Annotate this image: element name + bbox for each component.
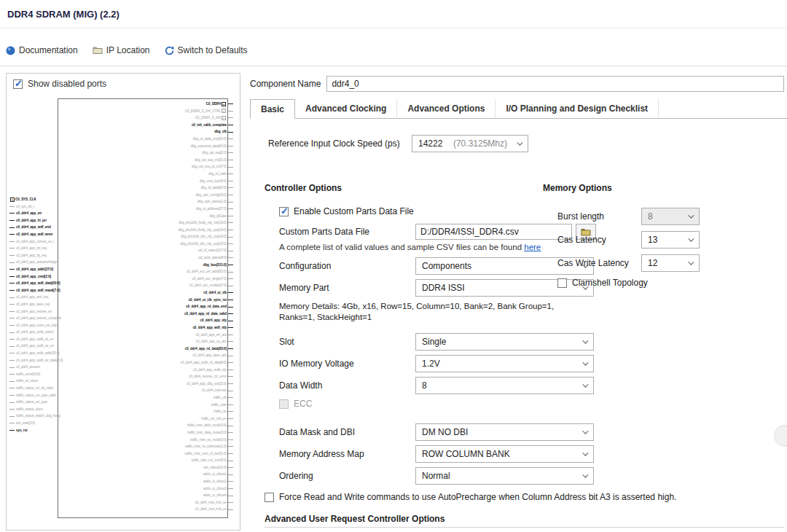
dropdown[interactable]: DM NO DBI (415, 423, 594, 441)
port-name: dbg_io_address[27:0] (196, 206, 227, 213)
chevron-down-icon (576, 424, 593, 440)
pin-stub (228, 446, 233, 447)
field-row: Slot Single (265, 333, 614, 351)
dropdown[interactable]: 8 (641, 208, 700, 225)
csv-note-link[interactable]: here (524, 243, 541, 251)
pin-stub (228, 195, 233, 195)
port-name: c0_ddr4_app_xsdb_wr_data[8:0] (16, 357, 63, 364)
pin-stub (228, 222, 233, 223)
port-name: dbg_expected_data[63:0] (190, 143, 227, 150)
switch-to-defaults-button[interactable]: Switch to Defaults (165, 45, 248, 55)
pin-stub (9, 220, 15, 221)
pin-stub (228, 369, 233, 370)
pin-stub (228, 300, 233, 300)
field-label: Cas Latency (557, 235, 641, 245)
port-name: c0_ddr4_app_wdf_end (16, 224, 51, 231)
output-port: dbg_rd_valid (58, 171, 227, 178)
port-name: traffic_err_chk_en (201, 415, 227, 423)
input-port: c0_ddr4_app_sref_req (9, 294, 58, 301)
pin-stub (228, 251, 233, 251)
ip-symbol-diagram[interactable]: C0_SYS_CLK c0_sys_clk_i c0_ddr4_app_en (7, 94, 240, 530)
port-name: c0_ddr4_app_xsdb_wr_en (16, 343, 54, 350)
ip-location-button[interactable]: IP Location (93, 45, 150, 55)
output-port: dbg_phy2clb_fixdly_rdy_low[19:0] (58, 219, 227, 227)
output-port: c0_ddr4_app_rd_data_end (58, 303, 227, 310)
pin-stub (228, 278, 233, 279)
port-name: c0_ddr4_aresetn (16, 364, 40, 371)
input-port: c0_ddr4_app_save_req (9, 301, 58, 308)
port-name: c0_ddr4_app_restore_complete (16, 315, 61, 322)
autoprecharge-checkbox[interactable]: Force Read and Write commands to use Aut… (265, 492, 787, 502)
ecc-checkbox: ECC (265, 399, 614, 409)
dropdown[interactable]: ROW COLUMN BANK (415, 445, 594, 463)
port-name: c0_ddr4_app_save_req (16, 301, 50, 308)
input-port: traffic_wr_done (9, 378, 58, 385)
pin-stub (9, 423, 15, 423)
component-name-input[interactable] (326, 76, 784, 92)
show-disabled-ports-checkbox[interactable]: Show disabled ports (13, 79, 106, 89)
output-port: c0_ddr4_app_save_ack (58, 352, 227, 359)
dropdown-value: Normal (416, 471, 576, 481)
input-port: c0_ddr4_app_restore_en (9, 308, 58, 316)
documentation-button[interactable]: Documentation (6, 45, 78, 55)
input-port: c0_ddr4_app_mem_init_skip (9, 322, 58, 329)
dropdown[interactable]: Single (415, 333, 594, 351)
port-name: c0_ddr4_app_mem_init_skip (16, 322, 57, 329)
port-name: addn_ui_clkout1 (203, 471, 227, 478)
port-name: addn_ui_clkout2 (203, 478, 227, 485)
port-name: c0_init_calib_complete (192, 122, 227, 129)
tab[interactable]: I/O Planning and Design Checklist (496, 99, 659, 119)
clamshell-topology-checkbox[interactable]: Clamshell Topology (543, 278, 776, 288)
pin-stub (228, 117, 233, 118)
tab-label: Advanced Options (407, 103, 485, 114)
input-port: traffic_status_done (9, 406, 58, 413)
output-port: dbg_rd_data_cmp[63:0] (58, 136, 227, 143)
dropdown[interactable]: 8 (415, 377, 594, 394)
port-name: dbg_cplx_status[1:0] (197, 198, 227, 206)
port-name: traffic_status_watch_dog_hang (16, 412, 60, 420)
dropdown-value: 8 (416, 380, 576, 391)
tab[interactable]: Basic (250, 99, 295, 119)
chevron-down-icon (576, 378, 593, 394)
pin-stub (9, 416, 15, 417)
port-name: c0_ddr4_app_ref_req (16, 245, 47, 252)
pin-stub (228, 237, 233, 238)
output-port: dbg_rd_data[63:0] (58, 184, 227, 192)
input-port: traffic_status_err_type (9, 399, 58, 406)
output-port: traffic_instr_num_of_iter[31:0] (58, 450, 227, 458)
reference-clock-dropdown[interactable]: 14222 (70.3125Mhz) (412, 135, 528, 152)
port-name: dbg_cal_seq_rd_cnt[7:0] (192, 163, 227, 171)
tab[interactable]: Advanced Clocking (295, 99, 397, 119)
checkbox-icon (13, 79, 23, 89)
dropdown-value: 1.2V (416, 359, 576, 369)
dropdown[interactable]: Normal (415, 467, 594, 485)
port-name: C0_DDR4_S_AXI (195, 114, 221, 122)
port-name: dbg_bus[511:0] (203, 262, 227, 269)
port-name: dbg_pllGate (209, 213, 227, 220)
port-name: c0_ddr4_app_wdf_rdy (192, 324, 227, 332)
pin-stub (9, 290, 15, 291)
port-name: traffic_wr_done (16, 378, 38, 385)
dropdown[interactable]: 12 (641, 254, 700, 272)
dropdown[interactable]: 13 (641, 231, 700, 249)
tab[interactable]: Advanced Options (397, 99, 496, 119)
tab-label: I/O Planning and Design Checklist (506, 103, 648, 114)
port-name: c0_ddr4_ecc_err_addr[51:0] (187, 268, 227, 275)
reference-clock-value: 14222 (412, 138, 453, 149)
interface-expand-icon (222, 102, 226, 106)
input-port: c0_ddr4_app_xsdb_wr_en (9, 343, 58, 350)
output-port: c0_ddr4_app_rd_data_valid (58, 310, 227, 318)
output-port: c0_ddr4_app_rdy (58, 317, 227, 324)
pin-stub (9, 213, 15, 214)
port-name: c0_ddr4_app_save_ack (192, 352, 227, 359)
pin-stub (228, 321, 233, 321)
input-port: c0_ddr4_app_ref_req (9, 245, 58, 252)
output-port: dbg_pllGate (58, 213, 227, 220)
pin-stub (228, 348, 233, 349)
dropdown[interactable]: 1.2V (415, 355, 594, 372)
output-port: traffic_err_chk_en (58, 415, 227, 423)
pin-stub (228, 432, 233, 433)
pin-stub (228, 391, 233, 391)
pin-stub (9, 381, 15, 382)
output-port: traffic_clk (58, 394, 227, 402)
